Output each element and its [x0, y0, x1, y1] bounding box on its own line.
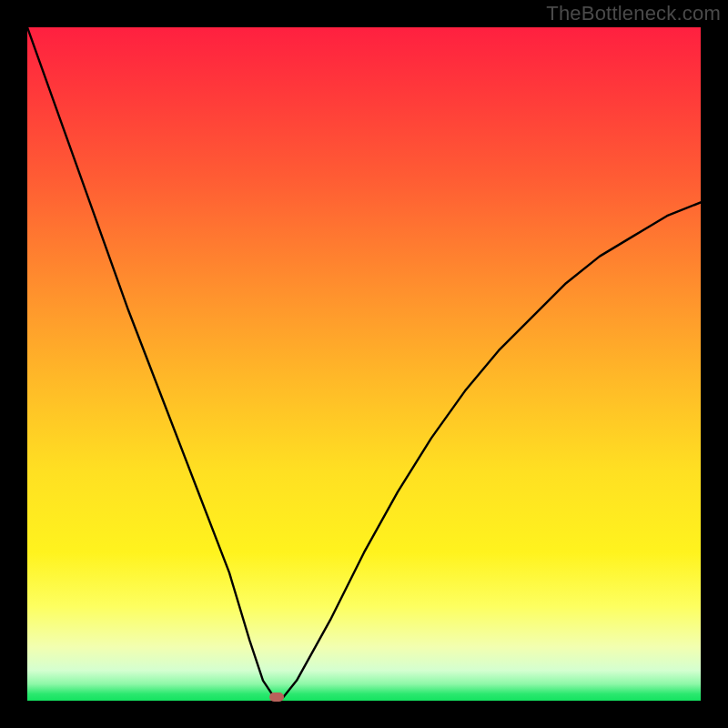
plot-area — [27, 27, 701, 701]
attribution-label: TheBottleneck.com — [546, 2, 721, 25]
minimum-marker — [269, 693, 284, 702]
chart-frame: TheBottleneck.com — [0, 0, 728, 728]
bottleneck-curve — [27, 27, 701, 701]
